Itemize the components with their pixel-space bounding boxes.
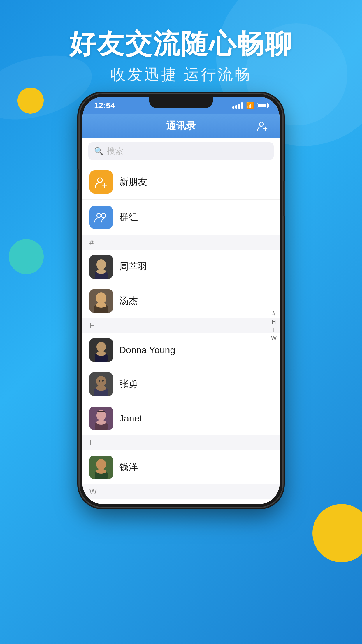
contact-avatar-janet bbox=[89, 407, 113, 430]
status-time: 12:54 bbox=[94, 101, 115, 110]
contact-avatar-tang bbox=[89, 289, 113, 313]
new-friend-item[interactable]: 新朋友 bbox=[82, 164, 280, 200]
section-i: I bbox=[82, 435, 280, 450]
wifi-icon: 📶 bbox=[246, 102, 254, 109]
contact-item-qian[interactable]: 钱洋 bbox=[82, 450, 280, 484]
new-friend-label: 新朋友 bbox=[119, 176, 147, 188]
group-item[interactable]: 群组 bbox=[82, 200, 280, 235]
svg-point-24 bbox=[99, 380, 100, 382]
search-placeholder-text: 搜索 bbox=[107, 146, 123, 157]
svg-point-23 bbox=[96, 386, 106, 391]
contact-avatar-qian bbox=[89, 456, 113, 479]
decorative-circle-teal bbox=[9, 239, 44, 274]
search-icon: 🔍 bbox=[94, 147, 103, 156]
section-h-label: H bbox=[89, 321, 95, 330]
phone-mockup: 12:54 📶 通讯录 bbox=[79, 93, 283, 508]
section-h: H # H I W bbox=[82, 318, 280, 333]
svg-point-29 bbox=[96, 420, 106, 425]
search-input[interactable]: 🔍 搜索 bbox=[88, 142, 274, 160]
contact-name-zhang: 张勇 bbox=[119, 378, 138, 391]
contact-item-robert[interactable]: Robert Robinson bbox=[82, 499, 280, 504]
section-w: W bbox=[82, 484, 280, 499]
phone-frame: 12:54 📶 通讯录 bbox=[79, 93, 283, 508]
section-i-label: I bbox=[89, 438, 92, 447]
index-sidebar: # H I W bbox=[271, 310, 277, 342]
section-w-label: W bbox=[89, 487, 97, 496]
contact-item-zhou[interactable]: 周莘羽 bbox=[82, 250, 280, 284]
main-title: 好友交流随心畅聊 bbox=[0, 29, 362, 59]
sub-title: 收发迅捷 运行流畅 bbox=[0, 64, 362, 85]
svg-point-31 bbox=[96, 459, 106, 470]
svg-point-0 bbox=[259, 122, 263, 126]
group-label: 群组 bbox=[119, 211, 138, 224]
contact-name-janet: Janet bbox=[119, 413, 142, 424]
contact-item-tang[interactable]: 汤杰 bbox=[82, 284, 280, 318]
svg-point-6 bbox=[97, 214, 101, 218]
svg-point-15 bbox=[96, 302, 106, 308]
svg-point-21 bbox=[96, 376, 106, 386]
svg-point-25 bbox=[102, 380, 104, 382]
svg-point-13 bbox=[96, 292, 106, 304]
signal-icon bbox=[232, 102, 243, 109]
search-bar: 🔍 搜索 bbox=[82, 138, 280, 164]
svg-point-33 bbox=[96, 469, 106, 474]
battery-icon bbox=[257, 103, 268, 108]
contact-name-tang: 汤杰 bbox=[119, 295, 138, 307]
svg-point-9 bbox=[96, 259, 106, 270]
contact-avatar-zhang bbox=[89, 372, 113, 396]
section-hash: # bbox=[82, 235, 280, 250]
svg-point-11 bbox=[96, 269, 106, 274]
decorative-circle-yellow-top bbox=[17, 88, 44, 114]
group-avatar bbox=[89, 206, 113, 229]
contact-list: 新朋友 群组 # bbox=[82, 164, 280, 504]
contact-name-zhou: 周莘羽 bbox=[119, 260, 147, 273]
contact-item-janet[interactable]: Janet bbox=[82, 401, 280, 435]
svg-point-17 bbox=[96, 342, 106, 352]
status-bar: 12:54 📶 bbox=[82, 97, 280, 114]
add-contact-button[interactable] bbox=[256, 120, 269, 132]
contact-avatar-zhou bbox=[89, 255, 113, 279]
svg-point-19 bbox=[96, 351, 106, 356]
contact-avatar-donna bbox=[89, 338, 113, 362]
contact-name-donna: Donna Young bbox=[119, 345, 175, 356]
section-hash-label: # bbox=[89, 238, 94, 247]
hero-header: 好友交流随心畅聊 收发迅捷 运行流畅 bbox=[0, 29, 362, 85]
svg-point-3 bbox=[98, 178, 102, 183]
status-icons: 📶 bbox=[232, 102, 268, 109]
nav-bar: 通讯录 bbox=[82, 114, 280, 138]
contact-item-donna[interactable]: Donna Young bbox=[82, 333, 280, 367]
nav-title: 通讯录 bbox=[166, 119, 196, 133]
contact-name-qian: 钱洋 bbox=[119, 461, 138, 474]
phone-screen: 12:54 📶 通讯录 bbox=[82, 97, 280, 504]
notch bbox=[149, 97, 213, 108]
svg-point-7 bbox=[101, 214, 106, 218]
contact-item-zhang[interactable]: 张勇 bbox=[82, 367, 280, 401]
new-friend-avatar bbox=[89, 170, 113, 194]
